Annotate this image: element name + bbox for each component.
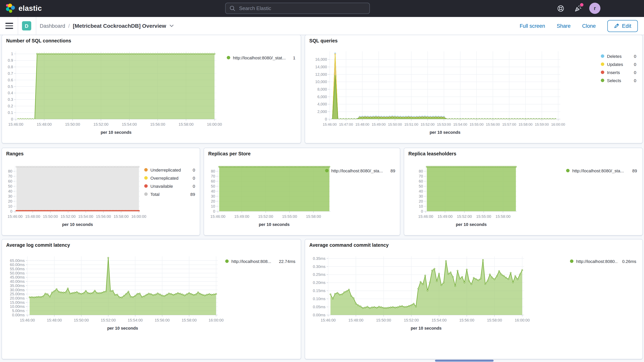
data-point-marker: [280, 166, 281, 167]
y-tick-label: 40: [419, 189, 423, 193]
replica-leaseholders-chart[interactable]: 0102030405060708015:46:0015:49:0015:52:0…: [414, 163, 523, 228]
panel-title: Replicas per Store: [208, 151, 251, 156]
replicas-per-store-chart[interactable]: 0102030405060708015:46:0015:49:0015:52:0…: [206, 163, 337, 228]
data-point-marker: [130, 166, 130, 167]
newsfeed-icon[interactable]: [574, 5, 582, 12]
data-point-marker: [298, 166, 300, 167]
data-point-marker: [27, 118, 28, 120]
data-point-marker: [119, 166, 120, 167]
legend-item[interactable]: Selects0: [601, 76, 636, 84]
sql-connections-chart[interactable]: 00.10.20.30.40.50.60.70.80.9115:46:0015:…: [4, 48, 222, 136]
data-point-marker: [76, 166, 78, 167]
search-input[interactable]: [238, 5, 366, 12]
data-point-marker: [424, 275, 426, 276]
legend-item[interactable]: Deletes0: [601, 52, 636, 60]
breadcrumb-dashboard[interactable]: Dashboard: [40, 23, 65, 29]
legend-series-dot: [225, 260, 229, 263]
data-point-marker: [455, 286, 456, 287]
data-point-marker: [212, 53, 213, 54]
data-point-marker: [302, 166, 304, 167]
legend-item[interactable]: Overreplicated0: [144, 174, 195, 182]
clone-button[interactable]: Clone: [582, 23, 596, 29]
data-point-marker: [155, 294, 156, 295]
data-point-marker: [58, 166, 60, 167]
data-point-marker: [112, 290, 113, 291]
data-point-marker: [94, 290, 96, 291]
sql-queries-chart[interactable]: 02,0004,0006,0008,00010,00012,00014,0001…: [308, 48, 566, 136]
data-point-marker: [348, 289, 350, 290]
x-tick-label: 16:00:00: [514, 318, 530, 322]
data-point-marker: [16, 166, 17, 167]
user-avatar[interactable]: r: [589, 3, 600, 14]
chevron-down-icon[interactable]: [169, 24, 174, 27]
data-point-marker: [438, 117, 439, 118]
data-point-marker: [370, 117, 371, 118]
horizontal-scrollbar-thumb[interactable]: [435, 360, 494, 362]
data-point-marker: [376, 117, 376, 118]
data-point-marker: [332, 298, 334, 299]
help-icon[interactable]: [557, 5, 564, 12]
x-tick-label: 15:48:00: [37, 122, 52, 126]
data-point-marker: [250, 166, 252, 167]
data-point-marker: [246, 166, 248, 167]
search-icon: [230, 6, 235, 11]
data-point-marker: [164, 296, 165, 297]
legend-item[interactable]: http://localhost:8080/_stat...1: [227, 54, 296, 62]
data-point-marker: [75, 166, 76, 167]
data-point-marker: [130, 296, 131, 297]
data-point-marker: [84, 53, 85, 54]
data-point-marker: [376, 307, 377, 308]
data-point-marker: [552, 118, 554, 120]
data-point-marker: [128, 53, 130, 54]
global-search[interactable]: [225, 3, 370, 14]
page-title[interactable]: [Metricbeat CockroachDB] Overview: [73, 23, 166, 29]
x-tick-label: 15:56:00: [96, 214, 111, 218]
data-point-marker: [28, 166, 29, 167]
menu-icon[interactable]: [6, 23, 13, 29]
y-tick-label: 70: [8, 174, 12, 178]
full-screen-button[interactable]: Full screen: [520, 23, 545, 29]
share-button[interactable]: Share: [557, 23, 570, 29]
legend-item[interactable]: Total89: [144, 190, 195, 198]
edit-button[interactable]: Edit: [607, 20, 638, 32]
data-point-marker: [100, 53, 102, 54]
y-tick-label: 30: [419, 194, 423, 198]
legend-item[interactable]: Unavailable0: [144, 182, 195, 190]
legend-item[interactable]: http://localhost:8080...0.26ms: [570, 257, 636, 265]
legend-item[interactable]: Underreplicated0: [144, 166, 195, 174]
elastic-logo[interactable]: elastic: [6, 4, 42, 14]
data-point-marker: [253, 166, 254, 167]
data-point-marker: [471, 118, 472, 120]
data-point-marker: [498, 270, 500, 272]
data-point-marker: [422, 284, 424, 285]
chart-legend: http://localhost:8080...0.26ms: [570, 257, 636, 265]
legend-item[interactable]: http://localhost:8080/_sta...89: [325, 166, 395, 175]
data-point-marker: [369, 308, 370, 308]
data-point-marker: [473, 277, 474, 278]
data-point-marker: [202, 53, 203, 54]
legend-item[interactable]: Inserts0: [601, 68, 636, 76]
data-point-marker: [480, 278, 481, 279]
legend-item[interactable]: http://localhost:8080/_sta...89: [566, 166, 637, 175]
command-commit-latency-chart[interactable]: 0.00ms0.05ms0.10ms0.15ms0.20ms0.25ms0.30…: [308, 253, 530, 332]
data-point-marker: [106, 291, 107, 292]
data-point-marker: [34, 118, 36, 120]
legend-item[interactable]: http://localhost:808...22.74ms: [225, 257, 296, 265]
data-point-marker: [478, 280, 479, 281]
x-axis-caption: per 10 seconds: [430, 130, 460, 135]
data-point-marker: [46, 53, 47, 54]
x-tick-label: 15:53:00: [437, 122, 451, 126]
data-point-marker: [503, 275, 504, 276]
data-point-marker: [233, 166, 234, 167]
data-point-marker: [88, 166, 89, 167]
y-tick-label: 6,000: [317, 95, 327, 99]
ranges-chart[interactable]: 0102030405060708015:46:0015:48:0015:50:0…: [4, 163, 146, 228]
legend-item[interactable]: Updates0: [601, 60, 636, 68]
data-point-marker: [262, 166, 264, 167]
data-point-marker: [468, 118, 469, 120]
data-point-marker: [114, 294, 116, 295]
log-commit-latency-chart[interactable]: 0.00ms5.00ms10.00ms15.00ms20.00ms25.00ms…: [5, 253, 224, 332]
data-point-marker: [76, 53, 78, 54]
panel-title: Ranges: [6, 151, 24, 156]
data-point-marker: [62, 53, 64, 54]
